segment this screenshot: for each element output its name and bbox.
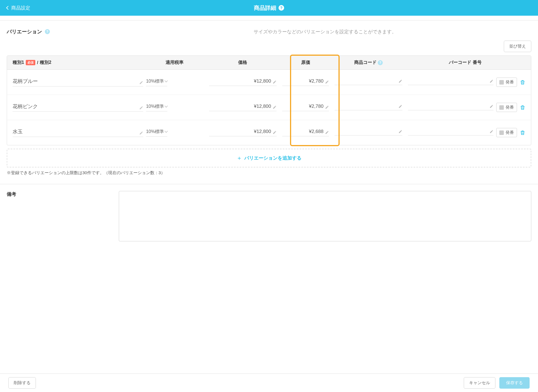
remarks-textarea[interactable] [119,191,531,241]
col-header-tax: 適用税率 [143,60,206,66]
issue-label: 発番 [505,105,514,110]
barcode-icon [499,80,504,85]
delete-row-icon[interactable] [520,130,525,136]
col-header-cost: 原価 [279,60,332,66]
pencil-icon [139,106,143,110]
chevron-down-icon [165,104,168,107]
table-header-row: 種別1 必須 / 種別2 適用税率 価格 原価 商品コード ? バーコード 番号 [7,56,531,70]
pencil-icon [325,105,329,109]
col-type1: 種別1 [13,60,24,66]
tax-rate-value: 10%標準 [146,104,164,109]
col-header-type: 種別1 必須 / 種別2 [7,60,143,66]
tax-rate-select[interactable]: 10%標準 [143,129,206,137]
barcode-cell[interactable] [408,130,493,136]
price-value: ¥12,800 [209,129,271,134]
section-description: サイズやカラーなどのバリエーションを設定することができます。 [119,29,531,35]
col-type2: 種別2 [40,60,51,66]
limit-note: ※登録できるバリエーションの上限数は30件です。（現在のバリエーション数：3） [0,167,538,184]
price-cell[interactable]: ¥12,800 [206,129,280,136]
variation-name-cell[interactable]: 花柄ピンク [7,103,143,112]
back-button[interactable]: 商品設定 [7,5,30,11]
variation-table: 種別1 必須 / 種別2 適用税率 価格 原価 商品コード ? バーコード 番号… [7,55,531,145]
plus-icon: ＋ [236,154,242,162]
variation-name-cell[interactable]: 水玉 [7,128,143,137]
add-variation-button[interactable]: ＋ バリエーションを追加する [7,149,531,167]
pencil-icon [273,105,277,109]
product-code-cell[interactable] [332,130,405,136]
pencil-icon [398,79,402,83]
table-row: 水玉 10%標準 ¥12,800 ¥2,688 発番 [7,120,531,145]
pencil-icon [490,79,493,83]
price-cell[interactable]: ¥12,800 [206,104,280,111]
variation-name-cell[interactable]: 花柄ブルー [7,78,143,87]
tax-rate-value: 10%標準 [146,78,164,84]
issue-label: 発番 [505,80,514,85]
page-title: 商品詳細 ? [254,4,284,12]
section-label: バリエーション ? [7,28,119,35]
cost-value: ¥2,688 [282,129,323,134]
cost-value: ¥2,780 [282,78,323,84]
col-type-sep: / [37,60,38,65]
barcode-icon [499,105,504,110]
remarks-label: 備考 [7,191,108,241]
pencil-icon [273,80,277,84]
col-header-price: 価格 [206,60,280,66]
sort-button[interactable]: 並び替え [504,41,531,52]
issue-barcode-button[interactable]: 発番 [496,128,517,137]
cost-cell[interactable]: ¥2,780 [279,104,332,111]
price-value: ¥12,800 [209,104,271,109]
barcode-cell[interactable] [408,104,493,110]
pencil-icon [490,104,493,108]
delete-row-icon[interactable] [520,79,525,85]
help-icon[interactable]: ? [279,5,284,11]
tax-rate-select[interactable]: 10%標準 [143,104,206,111]
issue-barcode-button[interactable]: 発番 [496,78,517,87]
price-value: ¥12,800 [209,78,271,84]
help-icon[interactable]: ? [378,60,383,65]
pencil-icon [325,80,329,84]
tax-rate-value: 10%標準 [146,129,164,135]
pencil-icon [490,130,493,134]
price-cell[interactable]: ¥12,800 [206,78,280,86]
barcode-icon [499,130,504,135]
chevron-left-icon [6,6,10,10]
pencil-icon [139,131,143,135]
help-icon[interactable]: ? [45,29,50,34]
product-code-cell[interactable] [332,104,405,110]
pencil-icon [398,104,402,108]
delete-row-icon[interactable] [520,104,525,111]
table-row: 花柄ブルー 10%標準 ¥12,800 ¥2,780 発番 [7,70,531,95]
table-row: 花柄ピンク 10%標準 ¥12,800 ¥2,780 発番 [7,95,531,120]
variation-name: 水玉 [13,128,23,135]
back-label: 商品設定 [11,5,30,11]
issue-barcode-button[interactable]: 発番 [496,103,517,112]
pencil-icon [325,130,329,134]
page-title-text: 商品詳細 [254,4,276,12]
pencil-icon [273,130,277,134]
app-header: 商品設定 商品詳細 ? [0,0,538,16]
pencil-icon [398,130,402,134]
section-label-text: バリエーション [7,28,42,35]
product-code-cell[interactable] [332,79,405,85]
variation-name: 花柄ピンク [13,103,38,110]
issue-label: 発番 [505,130,514,135]
cost-value: ¥2,780 [282,104,323,109]
variation-name: 花柄ブルー [13,78,38,85]
col-header-code: 商品コード ? [332,60,405,66]
col-code-text: 商品コード [354,60,377,66]
tax-rate-select[interactable]: 10%標準 [143,78,206,86]
chevron-down-icon [165,129,168,132]
cost-cell[interactable]: ¥2,780 [279,78,332,86]
pencil-icon [139,81,143,85]
barcode-cell[interactable] [408,79,493,85]
chevron-down-icon [165,79,168,82]
required-badge: 必須 [26,60,35,65]
col-header-barcode: バーコード 番号 [405,60,531,66]
cost-cell[interactable]: ¥2,688 [279,129,332,136]
add-variation-label: バリエーションを追加する [244,155,302,161]
